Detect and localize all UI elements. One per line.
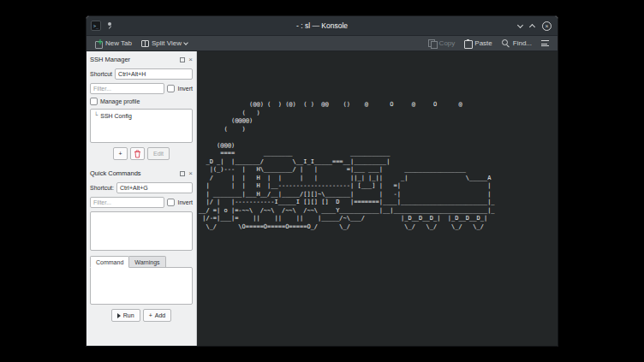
chevron-down-icon: [517, 21, 523, 27]
main-content: SSH Manager × Shortcut Invert Manage pro…: [86, 51, 558, 346]
ssh-shortcut-row: Shortcut: [90, 68, 193, 80]
chevron-down-icon: [183, 40, 188, 45]
ssh-shortcut-input[interactable]: [115, 68, 193, 80]
ssh-buttons-row: + Edit: [90, 147, 193, 160]
chevron-up-icon: [529, 23, 535, 29]
find-button[interactable]: Find...: [498, 38, 535, 50]
paste-button[interactable]: Paste: [461, 38, 495, 50]
list-item[interactable]: └ SSH Config: [92, 111, 190, 120]
copy-button[interactable]: Copy: [425, 38, 459, 50]
qc-filter-row: Invert: [90, 197, 193, 208]
manage-profile-checkbox[interactable]: [90, 98, 98, 105]
close-panel-button[interactable]: ×: [188, 171, 193, 176]
search-icon: [502, 39, 510, 48]
ssh-manager-header[interactable]: SSH Manager ×: [90, 54, 193, 65]
ssh-manager-title: SSH Manager: [90, 56, 176, 63]
paste-icon: [464, 39, 472, 48]
window-controls: ×: [518, 16, 552, 35]
konsole-app-icon: >_: [91, 21, 101, 31]
ascii-train-art: (@@) ( ) (@) ( ) @@ () @ O @ O @ ( ) (@@…: [197, 51, 558, 231]
qc-shortcut-row: Shortcut:: [90, 182, 193, 193]
close-button[interactable]: ×: [542, 21, 552, 31]
qc-invert-checkbox[interactable]: [167, 199, 175, 206]
plus-icon: +: [149, 312, 152, 318]
tree-branch-icon: └: [94, 112, 98, 119]
run-button[interactable]: Run: [111, 309, 140, 322]
add-command-button[interactable]: + Add: [143, 309, 172, 322]
hamburger-menu-icon: [541, 40, 549, 46]
tab-command[interactable]: Command: [90, 256, 129, 268]
ssh-manager-panel: SSH Manager × Shortcut Invert Manage pro…: [90, 53, 193, 160]
run-icon: [117, 313, 121, 318]
titlebar-left: >_: [91, 16, 114, 35]
main-toolbar: New Tab Split View Copy Paste Find...: [86, 35, 558, 51]
pin-icon[interactable]: [105, 21, 114, 31]
quick-commands-list[interactable]: [90, 211, 193, 251]
qc-filter-input[interactable]: [90, 197, 164, 208]
close-panel-button[interactable]: ×: [188, 57, 193, 62]
run-label: Run: [123, 312, 134, 318]
float-icon: [180, 171, 185, 176]
menu-button[interactable]: [538, 39, 552, 48]
ssh-shortcut-label: Shortcut: [90, 71, 112, 77]
qc-buttons-row: Run + Add: [90, 309, 193, 322]
command-editor[interactable]: [90, 267, 193, 305]
float-panel-button[interactable]: [180, 171, 185, 176]
new-tab-icon: [95, 39, 103, 47]
quick-commands-header[interactable]: Quick Commands ×: [90, 168, 193, 179]
close-icon: ×: [542, 21, 552, 31]
split-view-button[interactable]: Split View: [138, 38, 191, 49]
paste-label: Paste: [474, 39, 492, 47]
quick-commands-title: Quick Commands: [90, 169, 176, 177]
split-view-icon: [141, 40, 149, 47]
manage-profile-row: Manage profile: [90, 98, 193, 105]
window-title: - : sl — Konsole: [86, 21, 558, 30]
maximize-button[interactable]: [530, 23, 534, 29]
ssh-config-list[interactable]: └ SSH Config: [90, 109, 193, 143]
ssh-invert-label: Invert: [177, 86, 193, 92]
sidebar: SSH Manager × Shortcut Invert Manage pro…: [86, 51, 197, 346]
titlebar[interactable]: >_ - : sl — Konsole ×: [86, 16, 558, 35]
qc-invert-label: Invert: [177, 199, 193, 205]
terminal-area[interactable]: (@@) ( ) (@) ( ) @@ () @ O @ O @ ( ) (@@…: [197, 51, 558, 346]
copy-label: Copy: [439, 39, 456, 47]
add-ssh-button[interactable]: +: [113, 147, 128, 160]
ssh-config-item-label: SSH Config: [100, 113, 132, 119]
ssh-invert-checkbox[interactable]: [167, 85, 175, 92]
split-view-label: Split View: [152, 39, 182, 47]
qc-shortcut-input[interactable]: [116, 182, 193, 193]
find-label: Find...: [513, 39, 532, 47]
qc-tabs: Command Warnings: [90, 256, 193, 268]
float-icon: [180, 57, 185, 62]
new-tab-label: New Tab: [105, 39, 132, 47]
delete-ssh-button[interactable]: [130, 147, 145, 160]
quick-commands-panel: Quick Commands × Shortcut: Invert Comman…: [90, 167, 193, 322]
new-tab-button[interactable]: New Tab: [92, 38, 135, 49]
ssh-filter-input[interactable]: [90, 83, 164, 94]
minimize-button[interactable]: [518, 25, 522, 27]
add-label: Add: [155, 312, 165, 318]
tab-warnings[interactable]: Warnings: [129, 256, 165, 268]
konsole-window: >_ - : sl — Konsole × New Tab Split View…: [86, 15, 558, 347]
copy-icon: [428, 39, 437, 48]
manage-profile-label: Manage profile: [100, 98, 140, 104]
edit-ssh-button[interactable]: Edit: [147, 147, 170, 160]
trash-icon: [134, 150, 141, 158]
ssh-filter-row: Invert: [90, 83, 193, 94]
float-panel-button[interactable]: [180, 57, 185, 62]
qc-shortcut-label: Shortcut:: [90, 185, 114, 191]
